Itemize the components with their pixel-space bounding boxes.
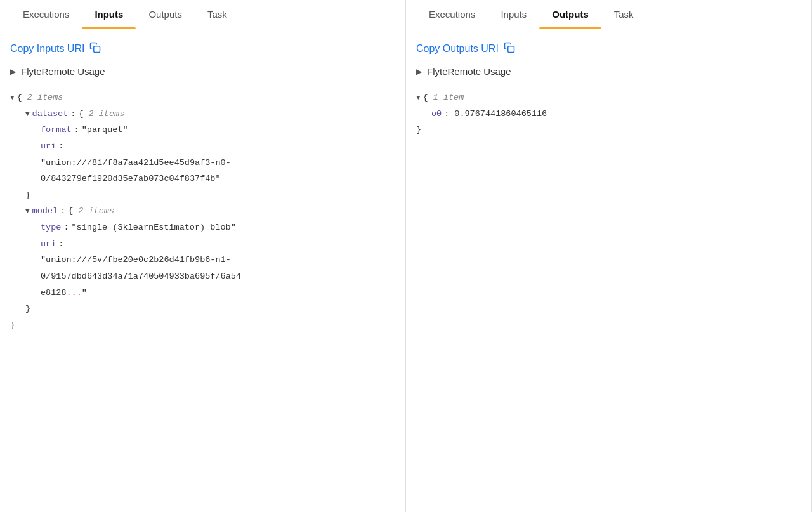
svg-rect-0	[94, 46, 100, 53]
chevron-right-icon-right: ▶	[416, 67, 422, 76]
format-key: format	[41, 122, 72, 138]
json-model-uri-value3-line: e8128..."	[10, 285, 395, 301]
uri-key: uri	[41, 138, 56, 155]
tab-outputs-right[interactable]: Outputs	[539, 0, 601, 29]
json-model-uri-value2-line: 0/9157dbd643d34a71a740504933ba695f/6a54	[10, 268, 395, 285]
copy-inputs-icon	[89, 42, 101, 56]
json-right-root-open: { 1 item	[416, 89, 801, 106]
left-tabs: Executions Inputs Outputs Task	[0, 0, 405, 29]
model-uri-ellipsis: ...	[67, 285, 82, 301]
chevron-right-icon-left: ▶	[10, 67, 16, 76]
json-uri-key-line: uri :	[10, 138, 395, 155]
type-value: "single (SklearnEstimator) blob"	[72, 220, 236, 236]
dataset-comment: 2 items	[89, 106, 125, 122]
tab-inputs-left[interactable]: Inputs	[82, 0, 136, 29]
uri-value1: "union:///81/f8a7aa421d5ee45d9af3-n0-	[41, 155, 231, 171]
json-format-line: format : "parquet"	[10, 122, 395, 138]
json-root-open: { 2 items	[10, 89, 395, 106]
json-model-line: model : { 2 items	[10, 203, 395, 220]
model-uri-key: uri	[41, 236, 56, 253]
json-model-close: }	[10, 301, 395, 317]
root-comment: 2 items	[27, 89, 63, 106]
tab-task-left[interactable]: Task	[195, 0, 240, 29]
format-value: "parquet"	[82, 122, 128, 138]
dataset-key: dataset	[32, 106, 69, 122]
tab-executions-right[interactable]: Executions	[416, 0, 488, 29]
json-dataset-close: }	[10, 187, 395, 204]
tab-outputs-left[interactable]: Outputs	[136, 0, 195, 29]
copy-outputs-uri-button[interactable]: Copy Outputs URI	[416, 42, 515, 56]
type-key: type	[41, 220, 61, 236]
right-tabs: Executions Inputs Outputs Task	[406, 0, 811, 29]
model-comment: 2 items	[78, 203, 114, 220]
model-uri-value2: 0/9157dbd643d34a71a740504933ba695f/6a54	[41, 268, 241, 285]
flyte-remote-left[interactable]: ▶ FlyteRemote Usage	[10, 66, 395, 77]
right-panel-content: Copy Outputs URI ▶ FlyteRemote Usage { 1…	[406, 29, 811, 512]
json-uri-value1-line: "union:///81/f8a7aa421d5ee45d9af3-n0-	[10, 155, 395, 171]
copy-inputs-uri-button[interactable]: Copy Inputs URI	[10, 42, 101, 56]
json-uri-value2-line: 0/843279ef1920d35e7ab073c04f837f4b"	[10, 171, 395, 187]
json-root-close: }	[10, 317, 395, 334]
collapse-dataset[interactable]	[25, 108, 30, 121]
o0-key: o0	[431, 106, 442, 122]
json-dataset-line: dataset : { 2 items	[10, 106, 395, 122]
model-uri-value3-prefix: e8128	[41, 285, 67, 301]
flyte-remote-label-right: FlyteRemote Usage	[427, 66, 511, 77]
collapse-model[interactable]	[25, 205, 30, 218]
tab-executions-left[interactable]: Executions	[10, 0, 82, 29]
collapse-root[interactable]	[10, 91, 15, 105]
model-uri-value3-suffix: "	[82, 285, 87, 301]
copy-outputs-uri-label: Copy Outputs URI	[416, 43, 499, 55]
left-panel-content: Copy Inputs URI ▶ FlyteRemote Usage { 2 …	[0, 29, 405, 512]
uri-value2: 0/843279ef1920d35e7ab073c04f837f4b"	[41, 171, 221, 187]
model-key: model	[32, 203, 58, 220]
left-json-viewer: { 2 items dataset : { 2 items format : "…	[10, 89, 395, 334]
json-right-root-close: }	[416, 122, 801, 138]
copy-outputs-icon	[504, 42, 515, 56]
flyte-remote-right[interactable]: ▶ FlyteRemote Usage	[416, 66, 801, 77]
json-model-uri-value1-line: "union:///5v/fbe20e0c2b26d41fb9b6-n1-	[10, 252, 395, 268]
json-o0-line: o0 : 0.9767441860465116	[416, 106, 801, 122]
json-type-line: type : "single (SklearnEstimator) blob"	[10, 220, 395, 236]
right-json-viewer: { 1 item o0 : 0.9767441860465116 }	[416, 89, 801, 138]
collapse-right-root[interactable]	[416, 91, 421, 105]
left-panel: Executions Inputs Outputs Task Copy Inpu…	[0, 0, 406, 512]
flyte-remote-label-left: FlyteRemote Usage	[21, 66, 105, 77]
o0-value: 0.9767441860465116	[454, 106, 547, 122]
model-uri-value1: "union:///5v/fbe20e0c2b26d41fb9b6-n1-	[41, 252, 231, 268]
json-model-uri-key-line: uri :	[10, 236, 395, 253]
tab-inputs-right[interactable]: Inputs	[488, 0, 539, 29]
tab-task-right[interactable]: Task	[601, 0, 646, 29]
right-panel: Executions Inputs Outputs Task Copy Outp…	[406, 0, 812, 512]
svg-rect-1	[508, 46, 514, 53]
right-root-comment: 1 item	[433, 89, 464, 106]
copy-inputs-uri-label: Copy Inputs URI	[10, 43, 84, 55]
